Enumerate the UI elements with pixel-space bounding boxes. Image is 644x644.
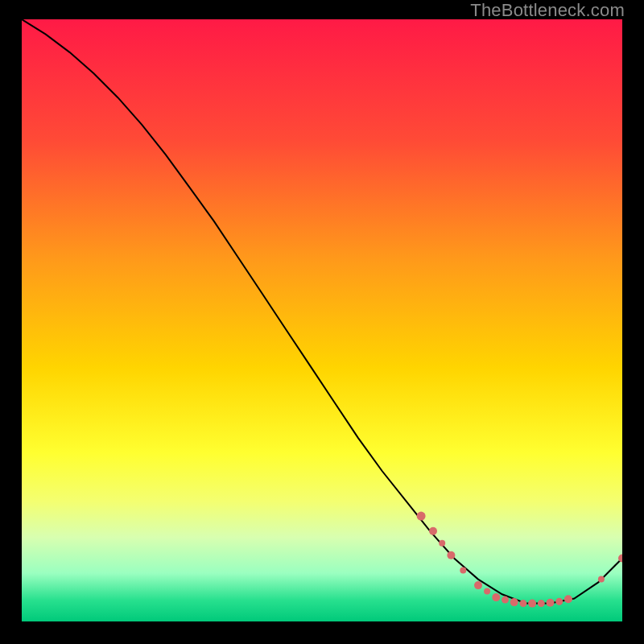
- chart-frame: [22, 19, 622, 621]
- chart-marker: [510, 598, 518, 606]
- chart-marker: [447, 551, 455, 559]
- chart-marker: [474, 581, 482, 589]
- watermark-label: TheBottleneck.com: [470, 0, 625, 21]
- chart-marker: [555, 598, 563, 605]
- chart-marker: [564, 595, 572, 603]
- chart-marker: [417, 512, 426, 521]
- chart-marker: [460, 567, 466, 573]
- chart-marker: [429, 527, 437, 535]
- chart-marker: [439, 540, 445, 547]
- chart-marker: [528, 600, 536, 608]
- chart-marker: [484, 588, 490, 595]
- chart-marker: [598, 576, 605, 583]
- chart-background: [22, 19, 622, 621]
- chart-marker: [538, 600, 545, 607]
- chart-marker: [492, 593, 500, 601]
- chart-marker: [502, 597, 509, 604]
- chart-marker: [519, 600, 526, 607]
- chart-svg: [22, 19, 622, 621]
- chart-marker: [547, 599, 555, 607]
